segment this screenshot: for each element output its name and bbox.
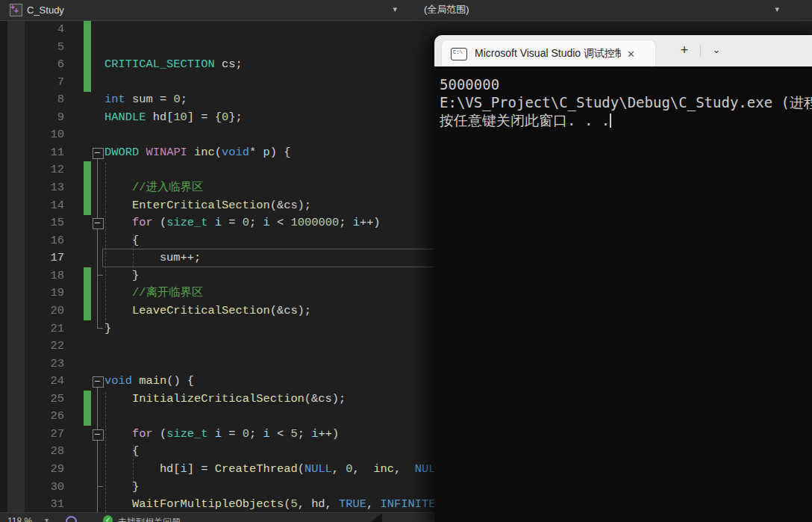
code-line[interactable]: InitializeCriticalSection(&cs); [104,391,346,408]
change-tracking-bar [84,408,91,426]
line-number: 29 [25,461,64,479]
line-number: 26 [25,408,64,426]
code-token-param: p [263,146,270,159]
code-token-variable: i [263,216,270,229]
terminal-tab-title: Microsoft Visual Studio 调试控制台 [475,47,621,60]
fold-collapse-button[interactable] [93,429,104,441]
terminal-line: E:\VS_Project\C_Study\Debug\C_Study.exe … [440,93,812,111]
code-token-plain [104,304,132,317]
code-line[interactable]: //离开临界区 [104,285,203,302]
line-number: 7 [25,74,64,92]
feedback-icon[interactable] [66,516,77,522]
code-line[interactable]: DWORD WINAPI inc(void* p) { [104,144,290,162]
code-token-plain: ++) [360,216,381,229]
code-line[interactable]: { [104,443,139,461]
line-number: 16 [25,232,64,250]
line-number: 5 [25,39,64,57]
code-token-number: 0 [243,427,249,441]
code-token-function: inc [373,462,394,476]
chevron-down-icon[interactable]: ▾ [393,5,397,13]
chevron-down-icon[interactable]: ▾ [45,516,49,522]
project-dropdown[interactable]: ++ C_Study ▾ [6,1,403,19]
code-line[interactable]: int sum = 0; [104,91,187,109]
code-token-plain: sum = [125,93,174,106]
code-token-function: inc [194,146,215,159]
code-token-keyword: INFINITE [381,497,436,511]
close-icon[interactable]: ✕ [627,49,635,60]
code-health-text: 未找到相关问题 [118,516,181,522]
code-token-keyword: TRUE [339,497,366,511]
terminal-title-bar[interactable]: C:\ Microsoft Visual Studio 调试控制台 ✕ + ⌄ [434,35,812,66]
line-number: 13 [25,179,64,197]
code-line[interactable]: } [104,320,111,338]
terminal-cursor [610,114,611,128]
code-token-plain: , [366,497,380,511]
change-tracking-bar [84,161,91,179]
change-tracking-bar [84,197,91,215]
code-line[interactable]: EnterCriticalSection(&cs); [104,197,311,215]
code-line[interactable]: CRITICAL_SECTION cs; [104,56,243,74]
change-tracking-bar [84,302,91,320]
fold-collapse-button[interactable] [93,148,104,159]
line-number: 17 [25,249,64,267]
code-line[interactable]: //进入临界区 [104,179,203,197]
code-token-plain: ( [215,146,222,159]
code-token-plain: ] = [187,462,215,476]
code-token-plain [132,374,139,388]
breakpoint-margin[interactable] [7,21,25,512]
fold-collapse-button[interactable] [93,376,104,388]
new-tab-button[interactable]: + [675,41,694,60]
code-token-type: size_t [166,427,207,441]
debug-console-window: C:\ Microsoft Visual Studio 调试控制台 ✕ + ⌄ … [434,35,812,522]
code-token-plain: ( [298,462,304,476]
code-line[interactable]: for (size_t i = 0; i < 1000000; i++) [104,214,381,232]
code-token-plain: ; [339,216,352,229]
terminal-tab[interactable]: C:\ Microsoft Visual Studio 调试控制台 ✕ [441,40,656,67]
code-token-type: DWORD [104,146,139,159]
code-token-function: main [139,374,166,388]
code-token-plain: ; [249,427,263,441]
chevron-down-icon[interactable]: ▾ [775,5,779,13]
code-token-number: 0 [243,216,249,229]
health-check-icon[interactable]: ✓ [103,515,113,522]
code-line[interactable]: void main() { [104,373,194,391]
fold-corner [97,275,103,276]
code-line[interactable]: hd[i] = CreateThread(NULL, 0, inc, NULL [104,461,443,479]
zoom-level-control[interactable]: 118 % [7,516,32,522]
code-token-plain [104,427,132,441]
code-token-plain: } [104,269,139,282]
scope-dropdown[interactable]: (全局范围) ▾ [418,1,788,19]
code-line[interactable]: WaitForMultipleObjects(5, hd, TRUE, INFI… [104,496,435,512]
code-token-plain [104,497,132,511]
line-number: 28 [25,443,64,461]
code-line[interactable]: HANDLE hd[10] = {0}; [104,109,243,127]
code-token-plain: ++) [318,427,339,441]
code-token-plain [208,427,215,441]
code-token-plain: (&cs); [304,392,346,406]
line-number: 15 [25,214,64,232]
code-token-plain: sum++; [104,251,201,264]
change-tracking-bar [84,39,91,57]
code-token-keyword: void [104,374,132,388]
code-line[interactable]: LeaveCriticalSection(&cs); [104,302,311,320]
code-token-variable: i [181,462,187,476]
code-line[interactable]: } [104,267,139,285]
code-token-macro: WINAPI [146,146,187,159]
line-number: 11 [25,144,64,162]
scope-dropdown-label: (全局范围) [424,3,469,16]
code-token-plain: ; [249,216,263,229]
change-tracking-bar [84,74,91,92]
code-line[interactable]: for (size_t i = 0; i < 5; i++) [104,426,339,444]
line-number: 30 [25,479,64,497]
terminal-output[interactable]: 5000000E:\VS_Project\C_Study\Debug\C_Stu… [434,66,812,522]
code-token-number: 10 [173,111,187,124]
code-token-variable: i [215,216,222,229]
tab-dropdown-icon[interactable]: ⌄ [708,41,725,60]
code-token-plain: } [104,480,139,494]
code-line[interactable]: } [104,479,139,497]
fold-collapse-button[interactable] [93,218,104,229]
code-line[interactable]: sum++; [104,249,201,267]
code-token-comment: //进入临界区 [104,181,203,194]
code-line[interactable]: { [104,232,139,250]
fold-corner [97,328,103,329]
